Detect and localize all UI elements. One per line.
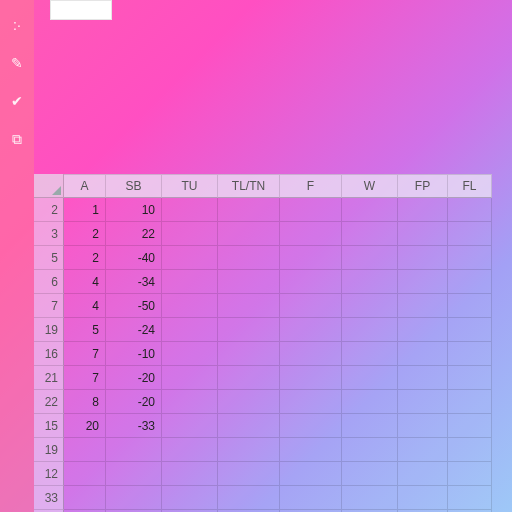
cell[interactable]: [218, 462, 280, 486]
cell[interactable]: [162, 198, 218, 222]
cell[interactable]: [448, 486, 492, 510]
row-header[interactable]: 5: [34, 246, 64, 270]
row-header[interactable]: 12: [34, 462, 64, 486]
cell[interactable]: [218, 198, 280, 222]
cell[interactable]: [280, 246, 342, 270]
cell[interactable]: [106, 438, 162, 462]
cell[interactable]: [280, 318, 342, 342]
cell[interactable]: 2: [64, 246, 106, 270]
cell[interactable]: [448, 366, 492, 390]
cell[interactable]: [398, 198, 448, 222]
cell[interactable]: [162, 246, 218, 270]
cell[interactable]: [398, 438, 448, 462]
cell[interactable]: -10: [106, 342, 162, 366]
cell[interactable]: [398, 486, 448, 510]
cell[interactable]: [448, 246, 492, 270]
cell[interactable]: [162, 222, 218, 246]
cell[interactable]: [218, 270, 280, 294]
cell[interactable]: 5: [64, 318, 106, 342]
cell[interactable]: -40: [106, 246, 162, 270]
cell[interactable]: [398, 462, 448, 486]
cell[interactable]: [398, 390, 448, 414]
cell[interactable]: [280, 342, 342, 366]
row-header[interactable]: 22: [34, 390, 64, 414]
name-box-input[interactable]: [50, 0, 112, 20]
cell[interactable]: [342, 222, 398, 246]
cell[interactable]: 4: [64, 294, 106, 318]
cell[interactable]: [280, 462, 342, 486]
cell[interactable]: [342, 486, 398, 510]
cell[interactable]: [162, 414, 218, 438]
cell[interactable]: 2: [64, 222, 106, 246]
row-header[interactable]: 21: [34, 366, 64, 390]
cell[interactable]: [162, 462, 218, 486]
col-header-W[interactable]: W: [342, 174, 398, 198]
cell[interactable]: [64, 438, 106, 462]
row-header[interactable]: 19: [34, 318, 64, 342]
row-header[interactable]: 19: [34, 438, 64, 462]
row-header[interactable]: 6: [34, 270, 64, 294]
cell[interactable]: [398, 222, 448, 246]
cell[interactable]: 4: [64, 270, 106, 294]
cell[interactable]: [162, 486, 218, 510]
cell[interactable]: [342, 294, 398, 318]
cell[interactable]: 10: [106, 198, 162, 222]
cell[interactable]: [398, 414, 448, 438]
eyedropper-icon[interactable]: ✎: [8, 54, 26, 72]
cell[interactable]: [342, 342, 398, 366]
col-header-TU[interactable]: TU: [162, 174, 218, 198]
cell[interactable]: [280, 438, 342, 462]
cell[interactable]: 7: [64, 342, 106, 366]
cell[interactable]: [162, 390, 218, 414]
cell[interactable]: [106, 462, 162, 486]
cell[interactable]: [342, 318, 398, 342]
cell[interactable]: [398, 294, 448, 318]
spreadsheet-grid[interactable]: A SB TU TL/TN F W FP FL 2 1 10 3 2 22: [34, 174, 512, 512]
cell[interactable]: [448, 414, 492, 438]
cell[interactable]: [280, 390, 342, 414]
row-header[interactable]: 16: [34, 342, 64, 366]
cell[interactable]: [280, 270, 342, 294]
col-header-FP[interactable]: FP: [398, 174, 448, 198]
cell[interactable]: [448, 318, 492, 342]
cell[interactable]: 22: [106, 222, 162, 246]
col-header-SB[interactable]: SB: [106, 174, 162, 198]
cell[interactable]: [398, 270, 448, 294]
col-header-FL[interactable]: FL: [448, 174, 492, 198]
cell[interactable]: [398, 318, 448, 342]
cell[interactable]: 1: [64, 198, 106, 222]
row-header[interactable]: 2: [34, 198, 64, 222]
cell[interactable]: [342, 462, 398, 486]
cell[interactable]: [162, 294, 218, 318]
row-header[interactable]: 3: [34, 222, 64, 246]
cell[interactable]: [342, 366, 398, 390]
cell[interactable]: [218, 222, 280, 246]
cell[interactable]: -34: [106, 270, 162, 294]
cell[interactable]: [342, 390, 398, 414]
cell[interactable]: 8: [64, 390, 106, 414]
cell[interactable]: [106, 486, 162, 510]
cell[interactable]: [448, 438, 492, 462]
cell[interactable]: 7: [64, 366, 106, 390]
cell[interactable]: -24: [106, 318, 162, 342]
cell[interactable]: -50: [106, 294, 162, 318]
cell[interactable]: [342, 246, 398, 270]
cell[interactable]: [218, 294, 280, 318]
cell[interactable]: [64, 462, 106, 486]
cell[interactable]: [218, 438, 280, 462]
cell[interactable]: [448, 390, 492, 414]
cell[interactable]: [398, 366, 448, 390]
col-header-TLTN[interactable]: TL/TN: [218, 174, 280, 198]
cell[interactable]: [280, 222, 342, 246]
cell[interactable]: [448, 294, 492, 318]
cell[interactable]: [448, 462, 492, 486]
cell[interactable]: [162, 318, 218, 342]
check-icon[interactable]: ✔: [8, 92, 26, 110]
cell[interactable]: [398, 246, 448, 270]
cell[interactable]: [448, 342, 492, 366]
row-header[interactable]: 33: [34, 486, 64, 510]
cell[interactable]: [218, 486, 280, 510]
menu-dots-icon[interactable]: :·: [8, 16, 26, 34]
cell[interactable]: [448, 222, 492, 246]
cell[interactable]: [342, 270, 398, 294]
